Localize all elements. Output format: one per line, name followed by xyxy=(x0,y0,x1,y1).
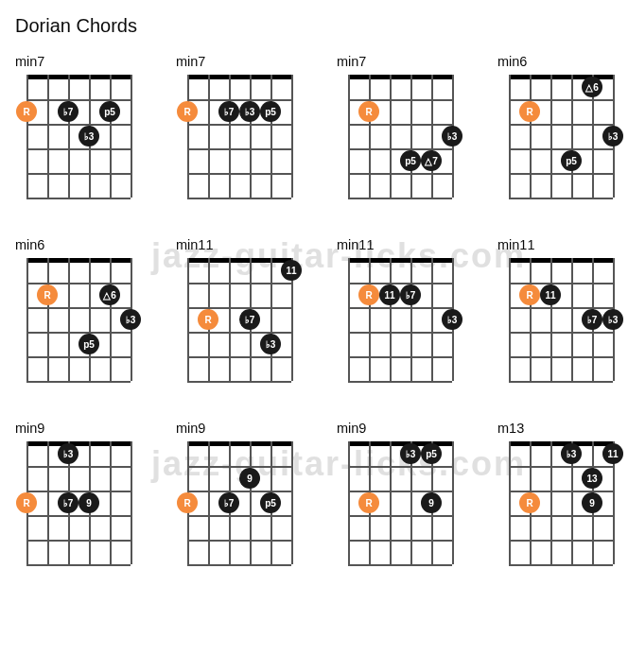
string-line xyxy=(110,258,112,381)
fret-line xyxy=(348,515,452,517)
fret-line xyxy=(509,515,613,517)
chord-diagram: min6R△6♭3p5 xyxy=(15,237,142,387)
fret-line xyxy=(348,283,452,284)
string-line xyxy=(110,75,112,198)
fret-line xyxy=(187,307,291,309)
string-line xyxy=(390,441,392,564)
string-line xyxy=(509,75,511,198)
fret-line xyxy=(187,491,291,492)
chord-label: min11 xyxy=(176,237,303,252)
fret-line xyxy=(509,99,613,101)
chord-diagram: min7R♭3p5△7 xyxy=(337,54,463,203)
fret-line xyxy=(509,381,613,383)
nut xyxy=(26,258,131,263)
interval-dot: ♭3 xyxy=(78,126,99,146)
fretboard: ♭3R♭79 xyxy=(15,441,142,570)
interval-dot: ♭3 xyxy=(260,334,281,354)
fret-line xyxy=(509,540,613,542)
chord-label: min7 xyxy=(15,54,142,69)
interval-dot: p5 xyxy=(260,101,281,122)
chord-label: min9 xyxy=(337,421,463,436)
string-line xyxy=(550,75,552,198)
string-line xyxy=(270,75,272,198)
fret-line xyxy=(348,356,452,358)
string-line xyxy=(369,75,371,198)
nut xyxy=(187,258,291,263)
string-line xyxy=(550,258,552,381)
interval-dot: △7 xyxy=(421,150,442,171)
interval-dot: ♭3 xyxy=(442,126,462,146)
interval-dot: 11 xyxy=(602,443,623,464)
string-line xyxy=(509,441,511,564)
string-line xyxy=(530,75,532,198)
interval-dot: ♭3 xyxy=(58,443,78,464)
fret-line xyxy=(26,381,131,383)
fret-line xyxy=(26,540,131,542)
fret-line xyxy=(348,381,452,383)
chord-diagram: min99R♭7p5 xyxy=(176,421,303,570)
root-dot: R xyxy=(519,492,540,513)
string-line xyxy=(348,75,350,198)
chord-diagram: min1111R♭7♭3 xyxy=(176,237,303,387)
string-line xyxy=(390,75,392,198)
fret-line xyxy=(187,515,291,517)
chord-diagram: min11R11♭7♭3 xyxy=(497,237,624,387)
string-line xyxy=(390,258,392,381)
fretboard: R△6♭3p5 xyxy=(15,258,142,387)
fretboard: R♭7p5♭3 xyxy=(15,75,142,203)
interval-dot: ♭7 xyxy=(58,492,78,513)
interval-dot: ♭7 xyxy=(58,101,78,122)
fret-line xyxy=(26,173,131,175)
string-line xyxy=(550,441,552,564)
fret-line xyxy=(187,99,291,101)
fretboard: ♭3p5R9 xyxy=(337,441,463,570)
string-line xyxy=(571,258,573,381)
interval-dot: p5 xyxy=(99,101,120,122)
interval-dot: 9 xyxy=(421,492,442,513)
fret-line xyxy=(187,173,291,175)
fret-line xyxy=(348,564,452,566)
fretboard: ♭31113R9 xyxy=(497,441,624,570)
fret-line xyxy=(509,307,613,309)
chord-label: min6 xyxy=(15,237,142,252)
interval-dot: ♭7 xyxy=(239,309,260,330)
fretboard: 9R♭7p5 xyxy=(176,441,303,570)
interval-dot: ♭3 xyxy=(239,101,260,122)
chord-diagram: min7R♭7p5♭3 xyxy=(15,54,142,203)
nut xyxy=(348,258,452,263)
chord-diagram: min11R11♭7♭3 xyxy=(337,237,463,387)
string-line xyxy=(110,441,112,564)
fret-line xyxy=(26,124,131,126)
fret-line xyxy=(509,148,613,150)
interval-dot: p5 xyxy=(421,443,442,464)
string-line xyxy=(410,75,412,198)
string-line xyxy=(431,258,433,381)
chord-label: m13 xyxy=(497,421,624,436)
interval-dot: p5 xyxy=(260,492,281,513)
fret-line xyxy=(187,356,291,358)
fret-line xyxy=(26,466,131,468)
chord-label: min7 xyxy=(337,54,463,69)
fret-line xyxy=(348,99,452,101)
chord-grid: min7R♭7p5♭3min7R♭7♭3p5min7R♭3p5△7min6△6R… xyxy=(15,54,613,570)
fret-line xyxy=(187,124,291,126)
fret-line xyxy=(509,491,613,492)
fret-line xyxy=(187,148,291,150)
chord-label: min11 xyxy=(497,237,624,252)
chord-label: min6 xyxy=(497,54,624,69)
string-line xyxy=(68,258,70,381)
string-line xyxy=(229,258,231,381)
interval-dot: 11 xyxy=(540,284,561,305)
chord-label: min9 xyxy=(176,421,303,436)
chord-label: min9 xyxy=(15,421,142,436)
interval-dot: 9 xyxy=(78,492,99,513)
interval-dot: 9 xyxy=(582,492,602,513)
chord-label: min7 xyxy=(176,54,303,69)
fret-line xyxy=(26,491,131,492)
chord-diagram: min9♭3R♭79 xyxy=(15,421,142,570)
string-line xyxy=(187,75,189,198)
interval-dot: ♭3 xyxy=(602,309,623,330)
fret-line xyxy=(348,173,452,175)
nut xyxy=(348,75,452,79)
nut xyxy=(26,441,131,446)
